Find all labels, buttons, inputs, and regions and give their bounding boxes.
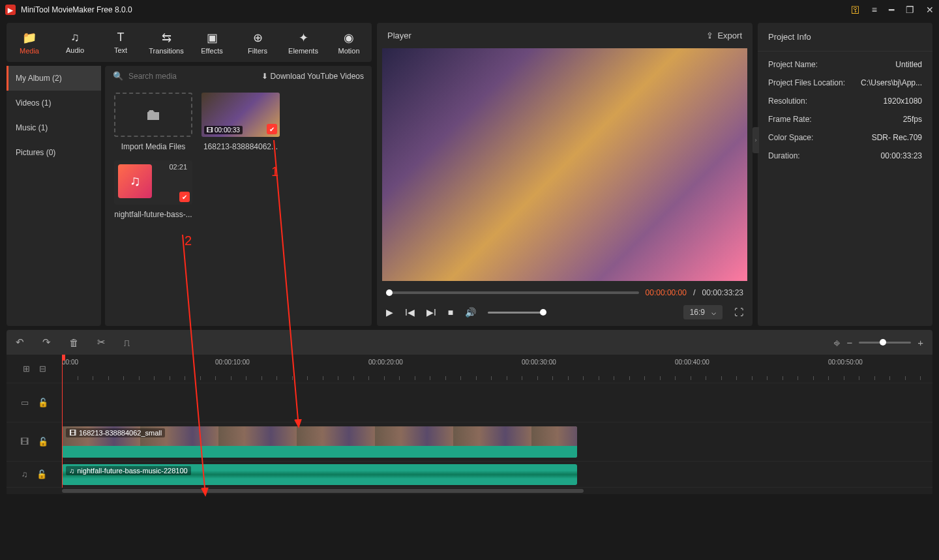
video-track[interactable]: 🎞168213-838884062_small: [62, 422, 932, 462]
download-icon: ⬇: [261, 72, 268, 81]
info-row: Duration:00:00:33:23: [758, 147, 932, 165]
next-frame-button[interactable]: ▶I: [426, 307, 436, 317]
album-item[interactable]: Videos (1): [7, 91, 101, 115]
info-row: Color Space:SDR- Rec.709: [758, 128, 932, 147]
clip-audio-icon: ♫: [69, 467, 74, 475]
filters-icon: ⊕: [253, 31, 263, 45]
album-item[interactable]: My Album (2): [7, 66, 101, 91]
lock-icon[interactable]: 🔓: [38, 398, 48, 407]
audio-track[interactable]: ♫nightfall-future-bass-music-228100: [62, 462, 932, 488]
import-media-card[interactable]: 🖿 Import Media Files: [114, 93, 192, 151]
close-icon[interactable]: ✕: [926, 5, 934, 15]
fullscreen-button[interactable]: ⛶: [734, 307, 743, 317]
volume-icon[interactable]: 🔊: [465, 307, 476, 317]
play-button[interactable]: ▶: [386, 307, 393, 317]
project-info-panel: › Project Info Project Name:UntitledProj…: [758, 23, 932, 326]
player-seek-slider[interactable]: [386, 291, 639, 294]
music-note-icon: ♫: [130, 173, 141, 190]
overlay-track[interactable]: [62, 383, 932, 422]
audio-clip[interactable]: ♫nightfall-future-bass-music-228100: [62, 464, 577, 485]
overlay-track-head: ▭ 🔓: [7, 383, 62, 422]
timeline-horizontal-scrollbar[interactable]: [7, 488, 932, 494]
effects-icon: ▣: [207, 31, 218, 45]
video-clip[interactable]: 🎞168213-838884062_small: [62, 426, 577, 458]
app-logo-icon: ▶: [5, 5, 16, 15]
media-item-music[interactable]: ♫ 02:21 ✔ nightfall-future-bass-...: [114, 160, 192, 219]
aspect-ratio-select[interactable]: 16:9 ⌵: [683, 305, 723, 319]
collapse-panel-button[interactable]: ›: [753, 127, 759, 153]
undo-button[interactable]: ↶: [16, 336, 24, 348]
tab-text[interactable]: TText: [98, 23, 143, 62]
timeline-ruler[interactable]: 00:0000:00:10:0000:00:20:0000:00:30:0000…: [62, 355, 932, 383]
search-input[interactable]: [128, 72, 256, 81]
video-track-head: 🎞 🔓: [7, 422, 62, 462]
annotation-number-1: 1: [271, 164, 278, 179]
minimize-icon[interactable]: ━: [889, 5, 894, 15]
volume-slider[interactable]: [488, 312, 546, 314]
tab-transitions[interactable]: ⇆Transitions: [143, 23, 189, 62]
info-row: Project Files Location:C:\Users\bj\App..…: [758, 74, 932, 92]
menu-icon[interactable]: ≡: [872, 5, 877, 15]
media-area: 🔍 ⬇ Download YouTube Videos 🖿 Import Med…: [105, 66, 372, 326]
info-row: Resolution:1920x1080: [758, 92, 932, 110]
annotation-number-2: 2: [185, 233, 192, 248]
info-row: Project Name:Untitled: [758, 55, 932, 74]
add-track-icon[interactable]: ⊞: [23, 364, 30, 374]
overlay-icon: ▭: [21, 398, 29, 407]
tab-media[interactable]: 📁Media: [7, 23, 52, 62]
zoom-out-button[interactable]: −: [846, 337, 852, 348]
tab-motion[interactable]: ◉Motion: [326, 23, 372, 62]
titlebar: ▶ MiniTool MovieMaker Free 8.0.0 ⚿ ≡ ━ ❐…: [0, 0, 939, 20]
tab-effects[interactable]: ▣Effects: [189, 23, 235, 62]
stop-button[interactable]: ■: [448, 307, 453, 317]
download-youtube-link[interactable]: ⬇ Download YouTube Videos: [261, 72, 364, 81]
lock-icon[interactable]: 🔓: [37, 469, 47, 479]
split-button[interactable]: ✂: [97, 336, 106, 348]
audio-icon: ♫: [70, 31, 80, 44]
maximize-icon[interactable]: ❐: [906, 5, 914, 15]
ruler-tick: 00:00:10:00: [215, 359, 250, 366]
text-icon: T: [117, 31, 125, 44]
audio-track-head: ♫ 🔓: [7, 462, 62, 488]
tab-elements[interactable]: ✦Elements: [280, 23, 326, 62]
activate-key-icon[interactable]: ⚿: [851, 5, 860, 15]
check-icon: ✔: [267, 124, 277, 134]
player-preview[interactable]: [382, 48, 747, 281]
delete-button[interactable]: 🗑: [69, 337, 79, 348]
player-time-total: 00:00:33:23: [702, 288, 743, 297]
ruler-tick: 00:00:20:00: [368, 359, 403, 366]
export-button[interactable]: ⇪ Export: [706, 31, 742, 40]
zoom-slider[interactable]: [859, 342, 911, 344]
crop-button[interactable]: ⎍: [124, 337, 130, 348]
album-item[interactable]: Pictures (0): [7, 140, 101, 165]
project-info-title: Project Info: [758, 23, 932, 52]
album-sidebar: My Album (2)Videos (1)Music (1)Pictures …: [7, 66, 101, 326]
ruler-tick: 00:00:50:00: [828, 359, 863, 366]
audio-track-icon: ♫: [22, 469, 28, 479]
transitions-icon: ⇆: [162, 31, 171, 45]
playhead[interactable]: [62, 355, 63, 488]
media-item-video[interactable]: 🎞00:00:33 ✔ 168213-838884062...: [201, 93, 280, 151]
timeline-panel: ↶ ↷ 🗑 ✂ ⎍ ⎆ − + ⊞ ⊟ ▭ 🔓 🎞 🔓 ♫: [0, 330, 939, 501]
tab-audio[interactable]: ♫Audio: [52, 23, 98, 62]
zoom-in-button[interactable]: +: [917, 337, 923, 348]
video-icon: 🎞: [207, 126, 213, 134]
fit-timeline-icon[interactable]: ⎆: [834, 337, 840, 348]
album-item[interactable]: Music (1): [7, 115, 101, 140]
check-icon: ✔: [179, 192, 190, 202]
media-icon: 📁: [22, 31, 37, 45]
ruler-tick: 00:00:40:00: [675, 359, 709, 366]
prev-frame-button[interactable]: I◀: [405, 307, 415, 317]
folder-icon: 🖿: [145, 106, 161, 124]
clip-video-icon: 🎞: [69, 429, 76, 437]
remove-track-icon[interactable]: ⊟: [39, 364, 46, 374]
search-icon: 🔍: [113, 71, 123, 81]
tab-filters[interactable]: ⊕Filters: [235, 23, 280, 62]
elements-icon: ✦: [299, 31, 308, 45]
lock-icon[interactable]: 🔓: [38, 437, 48, 447]
redo-button[interactable]: ↷: [42, 336, 51, 348]
player-time-current: 00:00:00:00: [646, 288, 687, 297]
motion-icon: ◉: [344, 31, 354, 45]
app-title: MiniTool MovieMaker Free 8.0.0: [21, 5, 851, 14]
export-icon: ⇪: [706, 31, 713, 40]
